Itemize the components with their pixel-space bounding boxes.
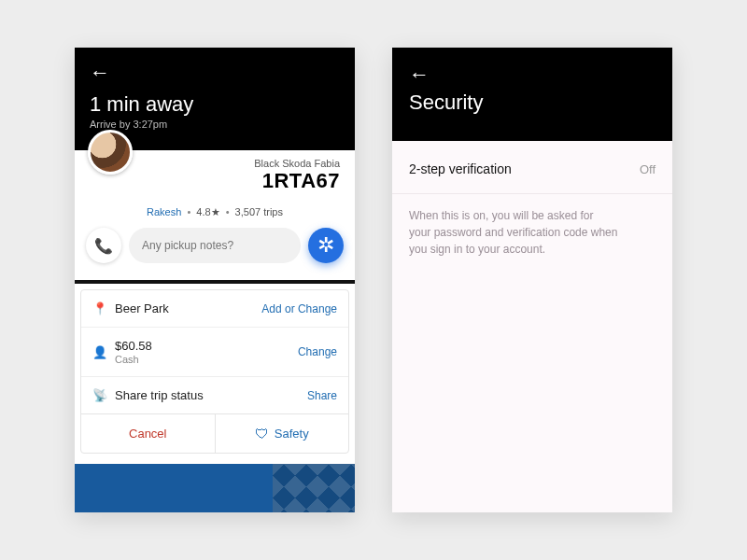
page-title: Security <box>409 91 655 115</box>
share-icon: 📡 <box>92 388 107 402</box>
person-icon: 👤 <box>92 345 107 359</box>
fare-amount: $60.58 <box>115 339 152 353</box>
pin-icon: 📍 <box>92 301 107 315</box>
driver-card: 🚗 Black Skoda Fabia 1RTA67 Rakesh • 4.8★… <box>75 150 355 284</box>
arrive-by: Arrive by 3:27pm <box>90 119 340 130</box>
payment-method: Cash <box>115 354 152 365</box>
share-trip-link[interactable]: Share <box>307 389 337 402</box>
driver-meta: Rakesh • 4.8★ • 3,507 trips <box>86 206 344 218</box>
phone-icon: 📞 <box>94 237 113 255</box>
security-body: 2-step verification Off When this is on,… <box>392 141 672 512</box>
avatar-image <box>88 130 133 175</box>
destination-label: Beer Park <box>115 301 169 315</box>
change-payment-link[interactable]: Change <box>298 345 337 358</box>
security-settings-screen: ← Security 2-step verification Off When … <box>392 48 672 512</box>
destination-row: 📍 Beer Park Add or Change <box>81 290 348 327</box>
pickup-notes-input[interactable] <box>129 228 301 263</box>
spotlight-button[interactable]: ✲ <box>308 228 344 263</box>
driver-rating: 4.8★ <box>196 206 219 217</box>
fare-row: 👤 $60.58 Cash Change <box>81 327 348 376</box>
spotlight-icon: ✲ <box>317 233 334 258</box>
shield-icon: 🛡 <box>255 426 269 441</box>
back-icon[interactable]: ← <box>409 64 430 85</box>
security-header: ← Security <box>392 48 672 141</box>
back-icon[interactable]: ← <box>90 63 110 83</box>
call-driver-button[interactable]: 📞 <box>86 228 121 263</box>
setting-label: 2-step verification <box>409 161 512 176</box>
trip-details-card: 📍 Beer Park Add or Change 👤 $60.58 Cash … <box>80 289 349 454</box>
share-row: 📡 Share trip status Share <box>81 376 348 413</box>
cancel-label: Cancel <box>129 427 166 441</box>
status-title: 1 min away <box>90 92 340 117</box>
share-label: Share trip status <box>115 388 204 402</box>
driver-name: Rakesh <box>147 206 181 217</box>
setting-state: Off <box>640 162 655 176</box>
change-destination-link[interactable]: Add or Change <box>261 302 337 315</box>
safety-label: Safety <box>275 427 309 441</box>
two-step-verification-row[interactable]: 2-step verification Off <box>392 141 672 194</box>
driver-avatar[interactable]: 🚗 <box>88 130 133 175</box>
safety-button[interactable]: 🛡 Safety <box>215 414 349 453</box>
driver-trip-count: 3,507 trips <box>235 206 283 217</box>
ride-status-screen: ← 1 min away Arrive by 3:27pm 🚗 Black Sk… <box>75 48 355 512</box>
footer-banner <box>75 464 355 512</box>
footer-pattern <box>273 464 355 512</box>
cancel-button[interactable]: Cancel <box>81 414 215 453</box>
setting-description: When this is on, you will be asked for y… <box>392 194 635 271</box>
